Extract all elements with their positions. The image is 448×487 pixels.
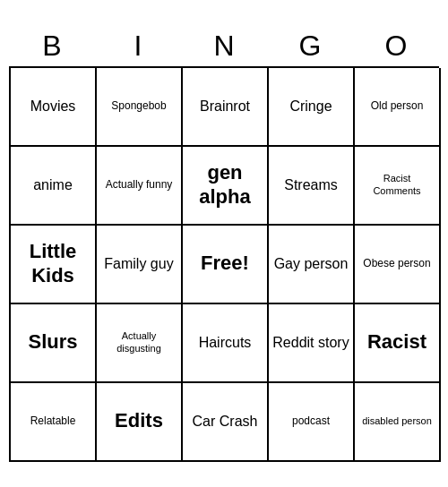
- bingo-cell-9: Racist Comments: [355, 147, 441, 226]
- bingo-cell-11: Family guy: [97, 226, 183, 304]
- bingo-cell-21: Edits: [97, 383, 183, 462]
- cell-text-0: Movies: [30, 98, 76, 115]
- cell-text-16: Actually disgusting: [100, 330, 177, 354]
- bingo-cell-6: Actually funny: [97, 147, 183, 226]
- bingo-cell-2: Brainrot: [183, 68, 269, 147]
- bingo-cell-16: Actually disgusting: [97, 304, 183, 383]
- header-letter-i: I: [99, 30, 177, 63]
- cell-text-7: gen alpha: [186, 161, 263, 209]
- cell-text-23: podcast: [292, 414, 330, 427]
- header-letter-g: G: [271, 30, 349, 63]
- cell-text-3: Cringe: [289, 98, 332, 115]
- header-letter-o: O: [357, 30, 435, 63]
- bingo-cell-8: Streams: [269, 147, 355, 226]
- bingo-cell-15: Slurs: [11, 304, 97, 383]
- bingo-cell-18: Reddit story: [269, 304, 355, 383]
- bingo-cell-19: Racist: [355, 304, 441, 383]
- cell-text-18: Reddit story: [272, 334, 349, 351]
- cell-text-22: Car Crash: [193, 413, 258, 430]
- cell-text-15: Slurs: [28, 330, 77, 354]
- bingo-cell-23: podcast: [269, 383, 355, 462]
- cell-text-21: Edits: [115, 409, 163, 432]
- cell-text-4: Old person: [371, 99, 424, 112]
- cell-text-17: Haircuts: [199, 334, 252, 351]
- bingo-cell-4: Old person: [355, 68, 441, 147]
- bingo-cell-20: Relatable: [11, 383, 97, 462]
- bingo-grid: MoviesSpongebobBrainrotCringeOld persona…: [9, 66, 439, 462]
- cell-text-13: Gay person: [274, 255, 349, 272]
- cell-text-10: Little Kids: [14, 240, 91, 287]
- cell-text-9: Racist Comments: [358, 173, 435, 196]
- bingo-cell-3: Cringe: [269, 68, 355, 147]
- header-letter-n: N: [185, 30, 263, 63]
- cell-text-24: disabled person: [362, 415, 432, 427]
- cell-text-5: anime: [33, 176, 73, 193]
- bingo-cell-5: anime: [11, 147, 97, 226]
- bingo-cell-14: Obese person: [355, 226, 441, 304]
- cell-text-14: Obese person: [363, 257, 430, 269]
- bingo-cell-13: Gay person: [269, 226, 355, 304]
- bingo-header: BINGO: [9, 26, 439, 66]
- bingo-cell-24: disabled person: [355, 383, 441, 462]
- cell-text-19: Racist: [367, 330, 426, 354]
- bingo-cell-17: Haircuts: [183, 304, 269, 383]
- bingo-cell-0: Movies: [11, 68, 97, 147]
- bingo-cell-12: Free!: [183, 226, 269, 304]
- bingo-cell-22: Car Crash: [183, 383, 269, 462]
- cell-text-20: Relatable: [30, 414, 76, 427]
- cell-text-6: Actually funny: [106, 178, 173, 191]
- header-letter-b: B: [13, 30, 91, 63]
- cell-text-8: Streams: [284, 176, 338, 193]
- bingo-cell-7: gen alpha: [183, 147, 269, 226]
- bingo-card: BINGO MoviesSpongebobBrainrotCringeOld p…: [9, 26, 439, 462]
- cell-text-2: Brainrot: [200, 98, 250, 115]
- cell-text-12: Free!: [201, 252, 249, 275]
- cell-text-1: Spongebob: [111, 99, 166, 112]
- cell-text-11: Family guy: [104, 255, 173, 272]
- bingo-cell-1: Spongebob: [97, 68, 183, 147]
- bingo-cell-10: Little Kids: [11, 226, 97, 304]
